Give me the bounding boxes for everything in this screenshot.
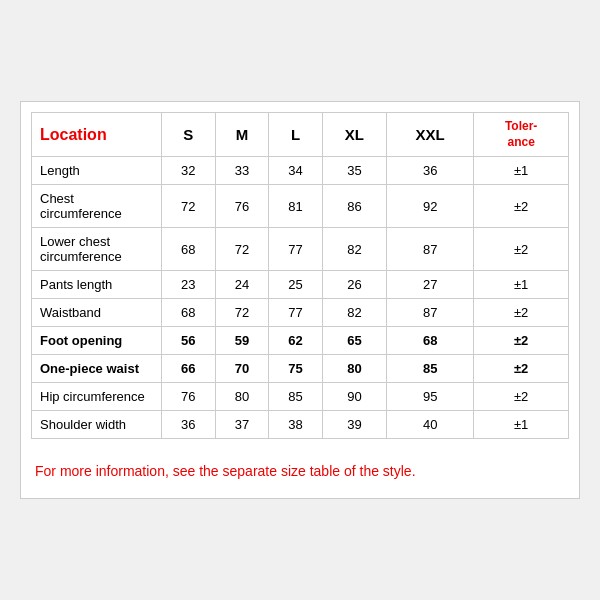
cell-l-3: 25 xyxy=(269,271,323,299)
cell-xxl-2: 87 xyxy=(387,228,474,271)
cell-l-5: 62 xyxy=(269,327,323,355)
cell-m-3: 24 xyxy=(215,271,269,299)
cell-xl-8: 39 xyxy=(322,411,386,439)
cell-s-5: 56 xyxy=(162,327,216,355)
cell-s-1: 72 xyxy=(162,185,216,228)
cell-xxl-4: 87 xyxy=(387,299,474,327)
cell-s-3: 23 xyxy=(162,271,216,299)
cell-location-6: One-piece waist xyxy=(32,355,162,383)
header-l: L xyxy=(269,112,323,156)
table-row: Hip circumference7680859095±2 xyxy=(32,383,569,411)
size-table-container: Location S M L XL XXL Toler-ance Length3… xyxy=(20,101,580,499)
cell-s-2: 68 xyxy=(162,228,216,271)
cell-l-6: 75 xyxy=(269,355,323,383)
cell-location-0: Length xyxy=(32,157,162,185)
cell-m-1: 76 xyxy=(215,185,269,228)
size-table: Location S M L XL XXL Toler-ance Length3… xyxy=(31,112,569,439)
cell-xxl-8: 40 xyxy=(387,411,474,439)
cell-l-8: 38 xyxy=(269,411,323,439)
cell-location-4: Waistband xyxy=(32,299,162,327)
header-s: S xyxy=(162,112,216,156)
cell-xl-2: 82 xyxy=(322,228,386,271)
cell-location-8: Shoulder width xyxy=(32,411,162,439)
cell-m-7: 80 xyxy=(215,383,269,411)
cell-s-4: 68 xyxy=(162,299,216,327)
cell-xxl-7: 95 xyxy=(387,383,474,411)
cell-l-7: 85 xyxy=(269,383,323,411)
cell-s-8: 36 xyxy=(162,411,216,439)
cell-xl-1: 86 xyxy=(322,185,386,228)
cell-tolerance-5: ±2 xyxy=(474,327,569,355)
cell-l-4: 77 xyxy=(269,299,323,327)
cell-m-6: 70 xyxy=(215,355,269,383)
cell-location-3: Pants length xyxy=(32,271,162,299)
cell-l-1: 81 xyxy=(269,185,323,228)
cell-xl-7: 90 xyxy=(322,383,386,411)
cell-location-5: Foot opening xyxy=(32,327,162,355)
header-xxl: XXL xyxy=(387,112,474,156)
cell-tolerance-8: ±1 xyxy=(474,411,569,439)
cell-s-7: 76 xyxy=(162,383,216,411)
cell-xxl-1: 92 xyxy=(387,185,474,228)
cell-xxl-5: 68 xyxy=(387,327,474,355)
cell-xl-3: 26 xyxy=(322,271,386,299)
cell-tolerance-0: ±1 xyxy=(474,157,569,185)
cell-xl-6: 80 xyxy=(322,355,386,383)
cell-tolerance-2: ±2 xyxy=(474,228,569,271)
cell-l-0: 34 xyxy=(269,157,323,185)
cell-tolerance-4: ±2 xyxy=(474,299,569,327)
header-m: M xyxy=(215,112,269,156)
cell-xl-4: 82 xyxy=(322,299,386,327)
cell-m-4: 72 xyxy=(215,299,269,327)
cell-l-2: 77 xyxy=(269,228,323,271)
cell-xxl-3: 27 xyxy=(387,271,474,299)
cell-tolerance-7: ±2 xyxy=(474,383,569,411)
table-row: Pants length2324252627±1 xyxy=(32,271,569,299)
table-row: Foot opening5659626568±2 xyxy=(32,327,569,355)
cell-m-8: 37 xyxy=(215,411,269,439)
info-text: For more information, see the separate s… xyxy=(31,455,569,482)
header-xl: XL xyxy=(322,112,386,156)
cell-tolerance-1: ±2 xyxy=(474,185,569,228)
cell-xl-5: 65 xyxy=(322,327,386,355)
table-row: Chest circumference7276818692±2 xyxy=(32,185,569,228)
cell-xl-0: 35 xyxy=(322,157,386,185)
table-row: One-piece waist6670758085±2 xyxy=(32,355,569,383)
cell-location-2: Lower chest circumference xyxy=(32,228,162,271)
header-location: Location xyxy=(32,112,162,156)
cell-tolerance-6: ±2 xyxy=(474,355,569,383)
cell-m-2: 72 xyxy=(215,228,269,271)
cell-location-1: Chest circumference xyxy=(32,185,162,228)
table-row: Lower chest circumference6872778287±2 xyxy=(32,228,569,271)
cell-xxl-0: 36 xyxy=(387,157,474,185)
cell-location-7: Hip circumference xyxy=(32,383,162,411)
cell-xxl-6: 85 xyxy=(387,355,474,383)
table-row: Length3233343536±1 xyxy=(32,157,569,185)
cell-m-0: 33 xyxy=(215,157,269,185)
table-row: Shoulder width3637383940±1 xyxy=(32,411,569,439)
header-tolerance: Toler-ance xyxy=(474,112,569,156)
cell-tolerance-3: ±1 xyxy=(474,271,569,299)
table-row: Waistband6872778287±2 xyxy=(32,299,569,327)
cell-s-6: 66 xyxy=(162,355,216,383)
cell-s-0: 32 xyxy=(162,157,216,185)
cell-m-5: 59 xyxy=(215,327,269,355)
